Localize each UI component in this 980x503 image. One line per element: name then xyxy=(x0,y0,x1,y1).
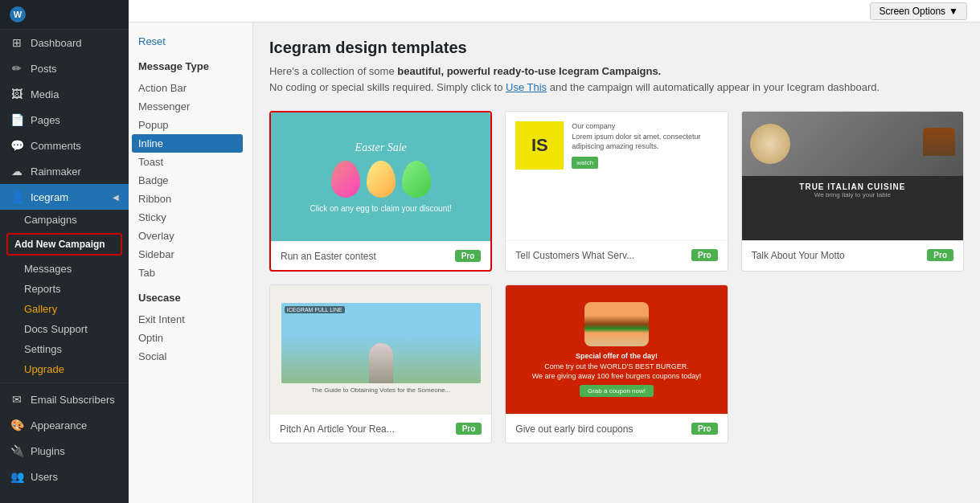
media-icon: 🖼 xyxy=(10,88,24,100)
sidebar-item-label: Pages xyxy=(31,114,60,126)
sidebar-sub-campaigns[interactable]: Campaigns xyxy=(0,210,129,230)
template-preview-easter: Easter Sale Click on any egg to claim yo… xyxy=(271,112,490,241)
icegram-arrow: ◀ xyxy=(113,193,119,202)
template-card-easter[interactable]: Easter Sale Click on any egg to claim yo… xyxy=(269,111,492,272)
egg-yellow xyxy=(367,161,396,198)
sidebar-item-email-subscribers[interactable]: ✉ Email Subscribers xyxy=(0,386,129,412)
sidebar-item-icegram[interactable]: 👤 Icegram ◀ xyxy=(0,184,129,210)
screen-options-button[interactable]: Screen Options ▼ xyxy=(870,2,967,20)
italian-preview: TRUE ITALIAN CUISINE We bring Italy to y… xyxy=(742,112,963,240)
template-card-coupons[interactable]: Special offer of the day! Come try out t… xyxy=(505,284,728,444)
food-circle xyxy=(750,124,790,164)
easter-title: Easter Sale xyxy=(355,141,407,154)
filter-ribbon[interactable]: Ribbon xyxy=(138,190,243,208)
sidebar-item-label: Media xyxy=(31,88,59,100)
usecase-label: Usecase xyxy=(138,292,243,304)
topbar: Screen Options ▼ xyxy=(129,0,980,22)
filter-messenger[interactable]: Messenger xyxy=(138,97,243,116)
sidebar-item-pages[interactable]: 📄 Pages xyxy=(0,107,129,133)
desc-text-1: Here's a collection of some xyxy=(269,65,397,77)
basket-shape xyxy=(923,128,955,156)
sidebar-sub-gallery[interactable]: Gallery xyxy=(0,299,129,319)
template-name-easter: Run an Easter contest xyxy=(281,251,376,262)
sidebar-sub-docs[interactable]: Docs Support xyxy=(0,319,129,339)
sidebar-item-comments[interactable]: 💬 Comments xyxy=(0,133,129,158)
sidebar-item-label: Comments xyxy=(31,140,81,152)
pages-icon: 📄 xyxy=(10,113,24,126)
plugins-icon: 🔌 xyxy=(10,444,24,457)
wp-icon: W xyxy=(10,6,26,22)
tagline: We bring Italy to your table xyxy=(748,191,957,198)
sidebar-item-rainmaker[interactable]: ☁ Rainmaker xyxy=(0,158,129,184)
is-company-label: Our companyLorem ipsum dolor sit amet, c… xyxy=(572,121,717,152)
is-logo: IS xyxy=(515,121,564,170)
italian-text-block: TRUE ITALIAN CUISINE We bring Italy to y… xyxy=(742,176,963,205)
reset-filter[interactable]: Reset xyxy=(138,35,243,47)
easter-preview: Easter Sale Click on any egg to claim yo… xyxy=(271,112,490,241)
coupon-preview: Special offer of the day! Come try out t… xyxy=(506,285,727,414)
page-description: Here's a collection of some beautiful, p… xyxy=(269,63,964,95)
filter-action-bar[interactable]: Action Bar xyxy=(138,79,243,97)
egg-pink xyxy=(331,161,360,198)
sidebar-item-label: Rainmaker xyxy=(31,166,81,178)
filter-overlay[interactable]: Overlay xyxy=(138,227,243,245)
template-preview-motto: TRUE ITALIAN CUISINE We bring Italy to y… xyxy=(742,112,963,240)
pitch-preview: ICEGRAM FULL LINE The Guide to Obtaining… xyxy=(270,285,491,414)
template-card-customers[interactable]: IS Our companyLorem ipsum dolor sit amet… xyxy=(505,111,728,272)
template-card-article[interactable]: ICEGRAM FULL LINE The Guide to Obtaining… xyxy=(269,284,492,444)
filter-exit-intent[interactable]: Exit Intent xyxy=(138,310,243,329)
eggs-row xyxy=(331,161,431,198)
sidebar-item-posts[interactable]: ✏ Posts xyxy=(0,55,129,81)
filter-sidebar[interactable]: Sidebar xyxy=(138,245,243,264)
filter-social[interactable]: Social xyxy=(138,347,243,366)
content-area: Reset Message Type Action Bar Messenger … xyxy=(129,22,980,503)
pro-badge-coupons: Pro xyxy=(691,423,718,435)
filter-badge[interactable]: Badge xyxy=(138,171,243,190)
sidebar-item-plugins[interactable]: 🔌 Plugins xyxy=(0,438,129,464)
message-type-label: Message Type xyxy=(138,60,243,72)
templates-grid: Easter Sale Click on any egg to claim yo… xyxy=(269,111,964,444)
filter-popup[interactable]: Popup xyxy=(138,116,243,134)
sidebar-sub-settings[interactable]: Settings xyxy=(0,339,129,359)
template-footer-coupons: Give out early bird coupons Pro xyxy=(506,414,727,443)
sidebar-item-media[interactable]: 🖼 Media xyxy=(0,81,129,107)
easter-cta: Click on any egg to claim your discount! xyxy=(310,204,452,213)
rainmaker-icon: ☁ xyxy=(10,165,24,178)
filter-toast[interactable]: Toast xyxy=(138,153,243,171)
sidebar-item-label: Dashboard xyxy=(31,37,82,49)
template-preview-coupons: Special offer of the day! Come try out t… xyxy=(506,285,727,414)
filter-optin[interactable]: Optin xyxy=(138,329,243,347)
sidebar-sub-add-new[interactable]: Add New Campaign xyxy=(6,233,122,256)
pro-badge-customers: Pro xyxy=(691,249,718,261)
posts-icon: ✏ xyxy=(10,62,24,75)
sidebar-item-users[interactable]: 👥 Users xyxy=(0,464,129,489)
appearance-icon: 🎨 xyxy=(10,419,24,431)
filter-sticky[interactable]: Sticky xyxy=(138,208,243,227)
filter-inline[interactable]: Inline xyxy=(132,134,243,153)
sidebar-sub-reports[interactable]: Reports xyxy=(0,279,129,299)
sidebar-item-label: Appearance xyxy=(31,419,87,431)
is-action-btn: watch xyxy=(572,157,598,169)
sidebar-item-dashboard[interactable]: ⊞ Dashboard xyxy=(0,30,129,55)
template-footer-article: Pitch An Article Your Rea... Pro xyxy=(270,414,491,443)
chevron-down-icon: ▼ xyxy=(949,6,958,17)
users-icon: 👥 xyxy=(10,470,24,483)
pitch-label: ICEGRAM FULL LINE xyxy=(285,306,345,313)
pitch-img: ICEGRAM FULL LINE xyxy=(281,303,481,383)
desc-text-3: and the campaign will automatically appe… xyxy=(547,81,880,93)
use-this-link[interactable]: Use This xyxy=(506,81,547,93)
templates-area: Icegram design templates Here's a collec… xyxy=(253,22,980,503)
filter-tab[interactable]: Tab xyxy=(138,264,243,282)
is-preview: IS Our companyLorem ipsum dolor sit amet… xyxy=(506,112,727,240)
pitch-person xyxy=(369,343,393,383)
template-name-article: Pitch An Article Your Rea... xyxy=(280,423,395,435)
sidebar-item-label: Plugins xyxy=(31,445,65,457)
sidebar-sub-upgrade[interactable]: Upgrade xyxy=(0,359,129,379)
sidebar-item-label: Posts xyxy=(31,63,57,75)
main-area: Screen Options ▼ Reset Message Type Acti… xyxy=(129,0,980,503)
template-card-motto[interactable]: TRUE ITALIAN CUISINE We bring Italy to y… xyxy=(741,111,964,272)
sidebar-item-appearance[interactable]: 🎨 Appearance xyxy=(0,412,129,438)
sidebar-sub-messages[interactable]: Messages xyxy=(0,259,129,279)
pro-badge-easter: Pro xyxy=(455,250,482,262)
coupon-text: Special offer of the day! Come try out t… xyxy=(532,351,701,382)
